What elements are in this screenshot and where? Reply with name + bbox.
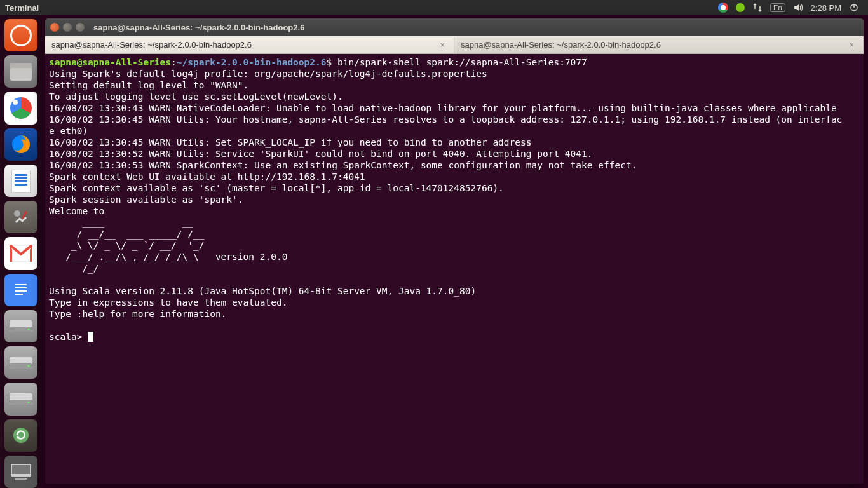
- google-docs-icon[interactable]: [4, 274, 37, 306]
- device-icon[interactable]: [4, 456, 37, 488]
- window-close-button[interactable]: [50, 23, 59, 32]
- cursor: [88, 332, 93, 342]
- settings-icon[interactable]: [4, 201, 37, 233]
- svg-rect-22: [15, 478, 27, 480]
- terminal-tabbar: sapna@sapna-All-Series: ~/spark-2.0.0-bi…: [45, 36, 864, 54]
- tab-label: sapna@sapna-All-Series: ~/spark-2.0.0-bi…: [51, 40, 252, 50]
- app-menu-label[interactable]: Terminal: [5, 3, 39, 13]
- svg-rect-8: [15, 290, 27, 292]
- svg-rect-9: [15, 294, 23, 295]
- disk-icon-2[interactable]: [4, 346, 37, 379]
- svg-rect-6: [15, 284, 27, 285]
- keyboard-layout-indicator[interactable]: En: [770, 3, 785, 12]
- session-indicator-icon[interactable]: [849, 3, 859, 13]
- terminal-output: Using Spark's default log4j profile: org…: [49, 69, 842, 319]
- sound-indicator-icon[interactable]: [793, 3, 803, 13]
- software-updater-icon[interactable]: [4, 419, 37, 452]
- svg-point-18: [28, 401, 30, 403]
- chrome-indicator-icon[interactable]: [718, 3, 728, 13]
- svg-point-12: [28, 329, 30, 330]
- window-minimize-button[interactable]: [63, 23, 72, 32]
- command-text: bin/spark-shell spark://sapna-All-Series…: [337, 57, 587, 67]
- window-titlebar[interactable]: sapna@sapna-All-Series: ~/spark-2.0.0-bi…: [45, 18, 864, 36]
- disk-icon-3[interactable]: [4, 383, 37, 415]
- window-title: sapna@sapna-All-Series: ~/spark-2.0.0-bi…: [93, 23, 304, 32]
- network-indicator-icon[interactable]: [752, 3, 763, 13]
- chrome-launcher-icon[interactable]: [4, 92, 37, 124]
- svg-rect-21: [12, 465, 30, 474]
- prompt-user: sapna@sapna-All-Series: [49, 57, 171, 67]
- gmail-icon[interactable]: [4, 237, 37, 269]
- disk-icon-1[interactable]: [4, 310, 37, 342]
- window-maximize-button[interactable]: [76, 23, 85, 32]
- terminal-tab-2[interactable]: sapna@sapna-All-Series: ~/spark-2.0.0-bi…: [454, 36, 864, 53]
- tab-label: sapna@sapna-All-Series: ~/spark-2.0.0-bi…: [461, 40, 661, 50]
- tab-close-icon[interactable]: ×: [437, 40, 447, 50]
- svg-point-19: [13, 428, 29, 443]
- svg-point-2: [14, 210, 20, 217]
- files-icon[interactable]: [4, 55, 37, 88]
- scala-prompt: scala>: [49, 332, 88, 342]
- svg-rect-7: [15, 287, 27, 288]
- svg-rect-5: [11, 278, 31, 302]
- prompt-dollar: $: [327, 57, 337, 67]
- terminal-window: sapna@sapna-All-Series: ~/spark-2.0.0-bi…: [44, 18, 864, 484]
- dash-icon[interactable]: [4, 19, 37, 51]
- firefox-icon[interactable]: [4, 128, 37, 161]
- svg-rect-3: [22, 211, 27, 219]
- libreoffice-writer-icon[interactable]: [4, 165, 37, 197]
- system-top-panel: Terminal En 2:28 PM: [0, 0, 868, 15]
- chat-indicator-icon[interactable]: [736, 3, 745, 12]
- unity-launcher: [0, 15, 42, 488]
- prompt-colon: :: [171, 57, 177, 67]
- tab-close-icon[interactable]: ×: [846, 40, 857, 50]
- prompt-path: ~/spark-2.0.0-bin-hadoop2.6: [177, 57, 327, 67]
- terminal-body[interactable]: sapna@sapna-All-Series:~/spark-2.0.0-bin…: [45, 54, 864, 484]
- svg-point-15: [28, 365, 30, 367]
- terminal-tab-1[interactable]: sapna@sapna-All-Series: ~/spark-2.0.0-bi…: [45, 36, 454, 53]
- clock[interactable]: 2:28 PM: [811, 3, 841, 13]
